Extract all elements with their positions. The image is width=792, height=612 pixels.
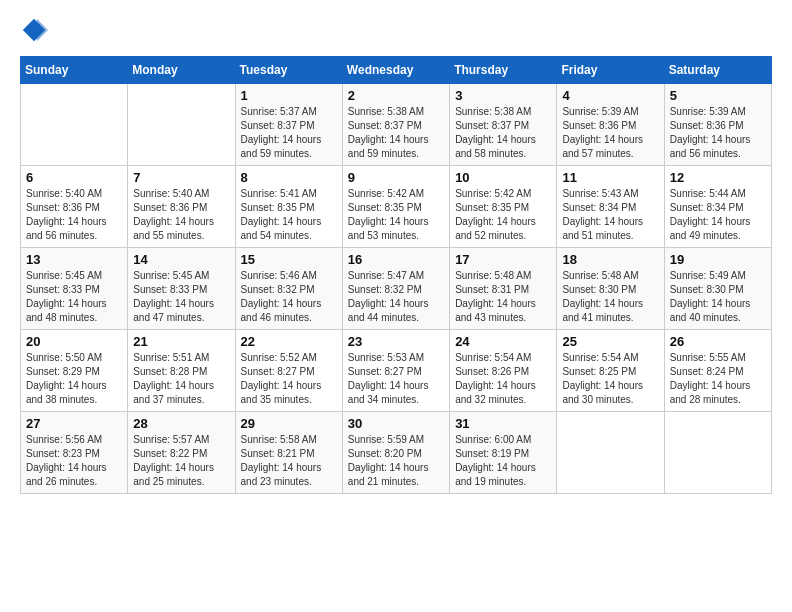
day-content: Sunrise: 5:39 AM Sunset: 8:36 PM Dayligh… <box>562 105 658 161</box>
day-number: 25 <box>562 334 658 349</box>
day-content: Sunrise: 5:50 AM Sunset: 8:29 PM Dayligh… <box>26 351 122 407</box>
calendar-cell: 27Sunrise: 5:56 AM Sunset: 8:23 PM Dayli… <box>21 412 128 494</box>
day-content: Sunrise: 5:37 AM Sunset: 8:37 PM Dayligh… <box>241 105 337 161</box>
calendar-cell: 23Sunrise: 5:53 AM Sunset: 8:27 PM Dayli… <box>342 330 449 412</box>
svg-marker-1 <box>37 19 48 41</box>
day-content: Sunrise: 5:57 AM Sunset: 8:22 PM Dayligh… <box>133 433 229 489</box>
calendar-body: 1Sunrise: 5:37 AM Sunset: 8:37 PM Daylig… <box>21 84 772 494</box>
day-content: Sunrise: 5:46 AM Sunset: 8:32 PM Dayligh… <box>241 269 337 325</box>
day-number: 13 <box>26 252 122 267</box>
calendar-cell: 18Sunrise: 5:48 AM Sunset: 8:30 PM Dayli… <box>557 248 664 330</box>
day-content: Sunrise: 5:40 AM Sunset: 8:36 PM Dayligh… <box>133 187 229 243</box>
calendar-cell: 31Sunrise: 6:00 AM Sunset: 8:19 PM Dayli… <box>450 412 557 494</box>
day-number: 11 <box>562 170 658 185</box>
day-content: Sunrise: 5:58 AM Sunset: 8:21 PM Dayligh… <box>241 433 337 489</box>
weekday-header: Tuesday <box>235 57 342 84</box>
day-number: 15 <box>241 252 337 267</box>
weekday-header: Friday <box>557 57 664 84</box>
day-number: 19 <box>670 252 766 267</box>
day-number: 2 <box>348 88 444 103</box>
day-number: 22 <box>241 334 337 349</box>
day-number: 6 <box>26 170 122 185</box>
day-content: Sunrise: 5:42 AM Sunset: 8:35 PM Dayligh… <box>455 187 551 243</box>
calendar-cell: 7Sunrise: 5:40 AM Sunset: 8:36 PM Daylig… <box>128 166 235 248</box>
day-content: Sunrise: 6:00 AM Sunset: 8:19 PM Dayligh… <box>455 433 551 489</box>
logo-icon <box>20 16 48 44</box>
calendar-cell: 3Sunrise: 5:38 AM Sunset: 8:37 PM Daylig… <box>450 84 557 166</box>
day-content: Sunrise: 5:48 AM Sunset: 8:30 PM Dayligh… <box>562 269 658 325</box>
day-number: 31 <box>455 416 551 431</box>
day-content: Sunrise: 5:40 AM Sunset: 8:36 PM Dayligh… <box>26 187 122 243</box>
calendar-cell: 1Sunrise: 5:37 AM Sunset: 8:37 PM Daylig… <box>235 84 342 166</box>
day-content: Sunrise: 5:53 AM Sunset: 8:27 PM Dayligh… <box>348 351 444 407</box>
calendar-cell <box>21 84 128 166</box>
calendar-cell: 22Sunrise: 5:52 AM Sunset: 8:27 PM Dayli… <box>235 330 342 412</box>
calendar-cell: 15Sunrise: 5:46 AM Sunset: 8:32 PM Dayli… <box>235 248 342 330</box>
day-content: Sunrise: 5:47 AM Sunset: 8:32 PM Dayligh… <box>348 269 444 325</box>
day-content: Sunrise: 5:52 AM Sunset: 8:27 PM Dayligh… <box>241 351 337 407</box>
day-number: 4 <box>562 88 658 103</box>
calendar-cell: 13Sunrise: 5:45 AM Sunset: 8:33 PM Dayli… <box>21 248 128 330</box>
weekday-header: Saturday <box>664 57 771 84</box>
calendar-cell: 19Sunrise: 5:49 AM Sunset: 8:30 PM Dayli… <box>664 248 771 330</box>
day-number: 30 <box>348 416 444 431</box>
day-content: Sunrise: 5:45 AM Sunset: 8:33 PM Dayligh… <box>133 269 229 325</box>
calendar-table: SundayMondayTuesdayWednesdayThursdayFrid… <box>20 56 772 494</box>
calendar-cell: 24Sunrise: 5:54 AM Sunset: 8:26 PM Dayli… <box>450 330 557 412</box>
calendar-cell: 17Sunrise: 5:48 AM Sunset: 8:31 PM Dayli… <box>450 248 557 330</box>
calendar-cell: 8Sunrise: 5:41 AM Sunset: 8:35 PM Daylig… <box>235 166 342 248</box>
calendar-cell: 14Sunrise: 5:45 AM Sunset: 8:33 PM Dayli… <box>128 248 235 330</box>
day-content: Sunrise: 5:54 AM Sunset: 8:26 PM Dayligh… <box>455 351 551 407</box>
calendar-cell <box>557 412 664 494</box>
day-number: 27 <box>26 416 122 431</box>
calendar-cell: 11Sunrise: 5:43 AM Sunset: 8:34 PM Dayli… <box>557 166 664 248</box>
day-content: Sunrise: 5:39 AM Sunset: 8:36 PM Dayligh… <box>670 105 766 161</box>
day-content: Sunrise: 5:56 AM Sunset: 8:23 PM Dayligh… <box>26 433 122 489</box>
day-number: 9 <box>348 170 444 185</box>
calendar-cell: 16Sunrise: 5:47 AM Sunset: 8:32 PM Dayli… <box>342 248 449 330</box>
calendar-cell: 10Sunrise: 5:42 AM Sunset: 8:35 PM Dayli… <box>450 166 557 248</box>
calendar-cell <box>664 412 771 494</box>
day-content: Sunrise: 5:38 AM Sunset: 8:37 PM Dayligh… <box>455 105 551 161</box>
logo <box>20 16 52 44</box>
calendar-cell: 5Sunrise: 5:39 AM Sunset: 8:36 PM Daylig… <box>664 84 771 166</box>
calendar-cell: 2Sunrise: 5:38 AM Sunset: 8:37 PM Daylig… <box>342 84 449 166</box>
weekday-header: Thursday <box>450 57 557 84</box>
day-number: 5 <box>670 88 766 103</box>
calendar-cell: 28Sunrise: 5:57 AM Sunset: 8:22 PM Dayli… <box>128 412 235 494</box>
calendar-cell: 12Sunrise: 5:44 AM Sunset: 8:34 PM Dayli… <box>664 166 771 248</box>
day-content: Sunrise: 5:49 AM Sunset: 8:30 PM Dayligh… <box>670 269 766 325</box>
page-header <box>20 16 772 44</box>
day-number: 23 <box>348 334 444 349</box>
day-number: 12 <box>670 170 766 185</box>
day-content: Sunrise: 5:38 AM Sunset: 8:37 PM Dayligh… <box>348 105 444 161</box>
day-number: 10 <box>455 170 551 185</box>
calendar-cell: 25Sunrise: 5:54 AM Sunset: 8:25 PM Dayli… <box>557 330 664 412</box>
day-content: Sunrise: 5:44 AM Sunset: 8:34 PM Dayligh… <box>670 187 766 243</box>
day-number: 8 <box>241 170 337 185</box>
day-number: 20 <box>26 334 122 349</box>
day-content: Sunrise: 5:59 AM Sunset: 8:20 PM Dayligh… <box>348 433 444 489</box>
day-number: 26 <box>670 334 766 349</box>
calendar-cell: 6Sunrise: 5:40 AM Sunset: 8:36 PM Daylig… <box>21 166 128 248</box>
day-content: Sunrise: 5:48 AM Sunset: 8:31 PM Dayligh… <box>455 269 551 325</box>
day-number: 21 <box>133 334 229 349</box>
day-content: Sunrise: 5:54 AM Sunset: 8:25 PM Dayligh… <box>562 351 658 407</box>
weekday-header: Monday <box>128 57 235 84</box>
day-content: Sunrise: 5:42 AM Sunset: 8:35 PM Dayligh… <box>348 187 444 243</box>
calendar-cell <box>128 84 235 166</box>
day-number: 7 <box>133 170 229 185</box>
day-number: 24 <box>455 334 551 349</box>
day-number: 3 <box>455 88 551 103</box>
day-content: Sunrise: 5:55 AM Sunset: 8:24 PM Dayligh… <box>670 351 766 407</box>
day-number: 29 <box>241 416 337 431</box>
calendar-cell: 26Sunrise: 5:55 AM Sunset: 8:24 PM Dayli… <box>664 330 771 412</box>
day-number: 1 <box>241 88 337 103</box>
day-number: 17 <box>455 252 551 267</box>
calendar-cell: 21Sunrise: 5:51 AM Sunset: 8:28 PM Dayli… <box>128 330 235 412</box>
weekday-header: Sunday <box>21 57 128 84</box>
weekday-header: Wednesday <box>342 57 449 84</box>
calendar-cell: 9Sunrise: 5:42 AM Sunset: 8:35 PM Daylig… <box>342 166 449 248</box>
calendar-cell: 20Sunrise: 5:50 AM Sunset: 8:29 PM Dayli… <box>21 330 128 412</box>
day-number: 18 <box>562 252 658 267</box>
